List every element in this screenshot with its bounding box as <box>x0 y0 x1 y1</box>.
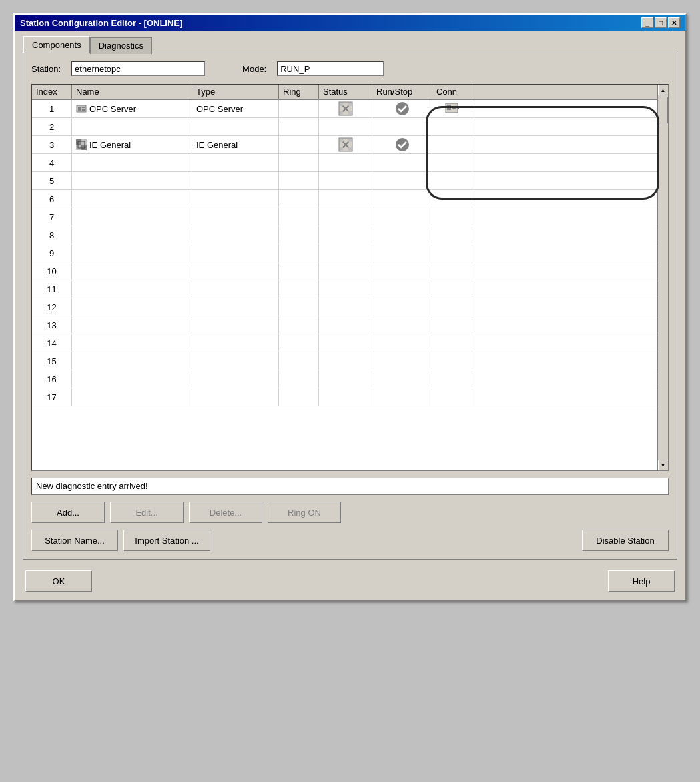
table-row[interactable]: 1 OPC Server <box>32 100 668 118</box>
svg-rect-13 <box>447 105 451 110</box>
svg-rect-1 <box>78 107 81 111</box>
table-header: Index Name Type Ring Status Run/Stop Con… <box>32 85 668 100</box>
cell-name: IE General <box>72 136 192 153</box>
cell-conn <box>432 100 472 117</box>
cell-extra <box>472 118 668 135</box>
station-name-button[interactable]: Station Name... <box>31 530 118 551</box>
status-error-icon <box>338 101 353 116</box>
help-button[interactable]: Help <box>608 570 675 592</box>
conn-icon <box>445 101 460 116</box>
svg-rect-16 <box>76 139 81 145</box>
table-row[interactable]: 8 <box>32 226 668 244</box>
svg-rect-18 <box>76 145 81 150</box>
status-bar: New diagnostic entry arrived! <box>31 478 669 495</box>
svg-point-28 <box>396 138 409 151</box>
window-content: Components Diagnostics Station: Mode: In… <box>15 31 685 600</box>
table-row[interactable]: 2 <box>32 118 668 136</box>
table-row[interactable]: 9 <box>32 244 668 262</box>
col-status: Status <box>319 85 372 99</box>
scroll-up-button[interactable]: ▲ <box>658 85 669 95</box>
table-body: 1 OPC Server <box>32 100 668 470</box>
opc-server-icon <box>76 103 87 114</box>
cell-name: OPC Server <box>72 100 192 117</box>
cell-type <box>192 118 279 135</box>
svg-rect-14 <box>452 106 456 109</box>
cell-type: IE General <box>192 136 279 153</box>
delete-button[interactable]: Delete... <box>189 502 262 523</box>
cell-ring <box>279 136 319 153</box>
cell-ring <box>279 100 319 117</box>
main-window: Station Configuration Editor - [ONLINE] … <box>13 13 687 601</box>
station-label: Station: <box>31 64 61 74</box>
table-row[interactable]: 14 <box>32 334 668 352</box>
col-conn: Conn <box>432 85 472 99</box>
table-row[interactable]: 10 <box>32 262 668 280</box>
close-button[interactable]: ✕ <box>668 17 680 28</box>
mode-input[interactable] <box>277 61 384 76</box>
svg-rect-27 <box>348 147 352 151</box>
add-button[interactable]: Add... <box>31 502 105 523</box>
cell-status <box>319 100 372 117</box>
disable-station-button[interactable]: Disable Station <box>582 530 669 551</box>
svg-point-11 <box>396 102 409 115</box>
table-row[interactable]: 12 <box>32 298 668 316</box>
table-row[interactable]: 15 <box>32 352 668 370</box>
station-row: Station: Mode: <box>31 61 669 76</box>
svg-rect-8 <box>348 103 352 106</box>
col-extra <box>472 85 668 99</box>
buttons-row2: Station Name... Import Station ... Disab… <box>31 530 669 551</box>
svg-rect-19 <box>81 145 87 150</box>
cell-status <box>319 118 372 135</box>
table-row[interactable]: 5 <box>32 172 668 190</box>
cell-extra <box>472 100 668 117</box>
svg-rect-10 <box>348 111 352 115</box>
svg-rect-15 <box>457 107 459 109</box>
table-row[interactable]: 6 <box>32 190 668 208</box>
scroll-thumb[interactable] <box>659 97 668 123</box>
svg-rect-17 <box>81 139 87 145</box>
scrollbar: ▲ ▼ <box>657 85 668 470</box>
svg-rect-2 <box>82 107 85 108</box>
cell-ring <box>279 118 319 135</box>
footer-row: OK Help <box>23 570 677 592</box>
window-title: Station Configuration Editor - [ONLINE] <box>20 18 182 28</box>
table-row[interactable]: 3 IE Gener <box>32 136 668 154</box>
col-runstop: Run/Stop <box>372 85 432 99</box>
svg-rect-3 <box>82 109 85 111</box>
import-station-button[interactable]: Import Station ... <box>123 530 210 551</box>
col-ring: Ring <box>279 85 319 99</box>
edit-button[interactable]: Edit... <box>110 502 184 523</box>
cell-status <box>319 136 372 153</box>
table-row[interactable]: 16 <box>32 370 668 388</box>
tab-content: Station: Mode: Index Name Type Ring Stat… <box>23 53 677 560</box>
svg-rect-7 <box>340 103 343 106</box>
runstop-check-icon <box>395 101 410 116</box>
maximize-button[interactable]: □ <box>655 17 667 28</box>
table-row[interactable]: 4 <box>32 154 668 172</box>
table-row[interactable]: 17 <box>32 388 668 406</box>
table-row[interactable]: 7 <box>32 208 668 226</box>
components-table: Index Name Type Ring Status Run/Stop Con… <box>31 84 669 471</box>
svg-rect-25 <box>348 139 352 142</box>
cell-type: OPC Server <box>192 100 279 117</box>
status-error-icon <box>338 137 353 152</box>
tab-components[interactable]: Components <box>23 36 90 53</box>
cell-name <box>72 118 192 135</box>
col-index: Index <box>32 85 72 99</box>
cell-extra <box>472 136 668 153</box>
cell-index: 3 <box>32 136 72 153</box>
minimize-button[interactable]: _ <box>641 17 653 28</box>
ok-button[interactable]: OK <box>25 570 92 592</box>
table-row[interactable]: 11 <box>32 280 668 298</box>
station-input[interactable] <box>71 61 205 76</box>
title-bar-buttons: _ □ ✕ <box>641 17 680 28</box>
table-row[interactable]: 13 <box>32 316 668 334</box>
cell-runstop <box>372 136 432 153</box>
runstop-check-icon <box>395 137 410 152</box>
scroll-down-button[interactable]: ▼ <box>658 460 669 470</box>
status-message: New diagnostic entry arrived! <box>36 481 148 491</box>
col-type: Type <box>192 85 279 99</box>
tab-diagnostics[interactable]: Diagnostics <box>90 37 152 54</box>
col-name: Name <box>72 85 192 99</box>
ring-on-button[interactable]: Ring ON <box>268 502 341 523</box>
